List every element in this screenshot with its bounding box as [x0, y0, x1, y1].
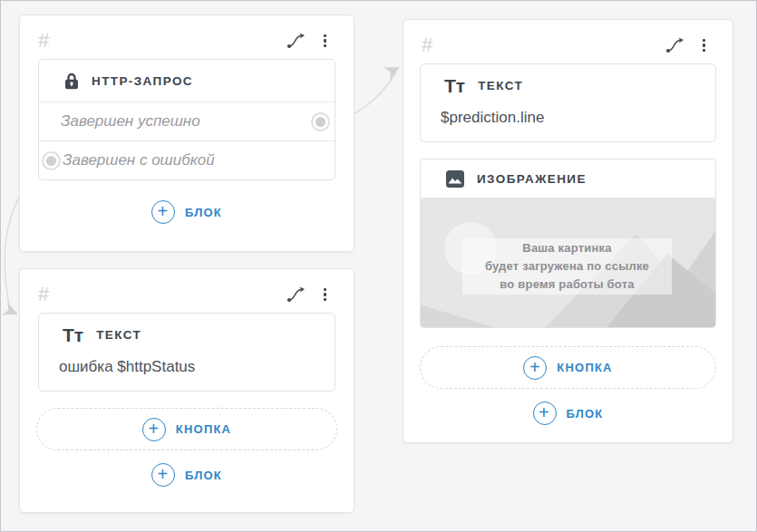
add-block-button[interactable]: + БЛОК — [533, 401, 604, 425]
connect-node-icon[interactable] — [286, 285, 306, 304]
node-error-text[interactable]: # Tт ТЕКСТ ошибка $httpStatus + КНОПКА +… — [19, 268, 354, 513]
node-result[interactable]: # Tт ТЕКСТ $prediction.line ИЗОБРАЖЕНИЕ — [403, 19, 733, 443]
http-block-label: HTTP-ЗАПРОС — [92, 74, 193, 88]
text-block[interactable]: Tт ТЕКСТ $prediction.line — [420, 63, 716, 142]
add-button-label: КНОПКА — [176, 422, 231, 436]
add-block-button[interactable]: + БЛОК — [151, 463, 222, 487]
plus-icon: + — [523, 356, 547, 380]
add-button-label: КНОПКА — [557, 361, 612, 374]
image-preview-area: Ваша картинка будет загружена по ссылке … — [421, 198, 715, 327]
text-block-icon: Tт — [444, 76, 465, 95]
kebab-menu-icon[interactable] — [322, 286, 328, 304]
add-block-label: БЛОК — [567, 407, 604, 421]
text-block[interactable]: Tт ТЕКСТ ошибка $httpStatus — [38, 313, 335, 392]
add-block-button[interactable]: + БЛОК — [151, 200, 222, 224]
lock-icon — [64, 72, 79, 90]
outcome-error-row[interactable]: Завершен с ошибкой — [39, 140, 335, 179]
image-block-label: ИЗОБРАЖЕНИЕ — [477, 172, 587, 186]
plus-icon: + — [142, 418, 166, 441]
text-block-label: ТЕКСТ — [478, 79, 523, 92]
plus-icon: + — [151, 200, 175, 224]
kebab-menu-icon[interactable] — [701, 37, 707, 54]
image-placeholder-caption: Ваша картинка будет загружена по ссылке … — [462, 238, 672, 295]
http-request-block[interactable]: HTTP-ЗАПРОС Завершен успешно Завершен с … — [38, 59, 335, 180]
kebab-menu-icon[interactable] — [322, 33, 328, 50]
success-connection-port[interactable] — [311, 112, 330, 131]
edge-arrowhead — [2, 303, 21, 321]
outcome-success-label: Завершен успешно — [61, 112, 200, 131]
add-button-pill[interactable]: + КНОПКА — [36, 408, 337, 450]
outcome-error-label: Завершен с ошибкой — [63, 151, 215, 169]
node-header: # — [20, 269, 354, 313]
image-block[interactable]: ИЗОБРАЖЕНИЕ Ваша картинка будет загружен… — [420, 159, 716, 328]
node-title-input[interactable]: # — [422, 35, 432, 55]
plus-icon: + — [151, 463, 175, 487]
connect-node-icon[interactable] — [286, 32, 306, 50]
text-block-icon: Tт — [63, 325, 83, 344]
outcome-success-row[interactable]: Завершен успешно — [39, 102, 335, 140]
node-title-input[interactable]: # — [38, 285, 49, 305]
image-icon — [446, 170, 464, 188]
node-title-input[interactable]: # — [38, 31, 49, 51]
add-button-pill[interactable]: + КНОПКА — [420, 346, 716, 389]
plus-icon: + — [533, 401, 557, 425]
add-block-label: БЛОК — [185, 469, 222, 482]
text-block-label: ТЕКСТ — [96, 328, 141, 342]
connect-node-icon[interactable] — [665, 36, 685, 54]
node-header: # — [403, 20, 733, 63]
node-http-request[interactable]: # HTTP-ЗАПРОС Завершен успешно — [19, 15, 354, 252]
text-block-value[interactable]: $prediction.line — [421, 107, 715, 141]
text-block-value[interactable]: ошибка $httpStatus — [39, 356, 335, 391]
add-block-label: БЛОК — [185, 206, 222, 219]
error-connection-port[interactable] — [42, 151, 61, 170]
node-header: # — [20, 15, 354, 59]
